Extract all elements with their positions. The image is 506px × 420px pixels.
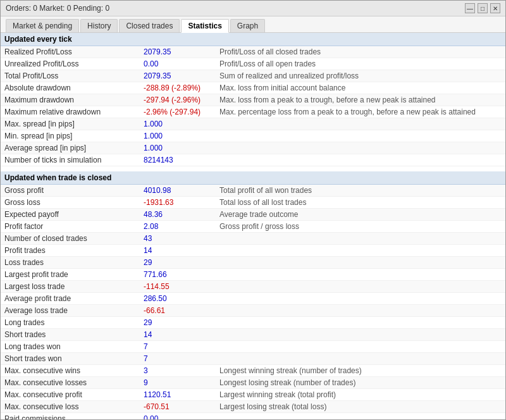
stat-desc: Max. percentage loss from a peak to a tr… bbox=[219, 108, 502, 116]
stat-label: Average profit trade bbox=[4, 294, 144, 303]
stat-label: Expected payoff bbox=[4, 210, 144, 219]
stat-row: Total Profit/Loss2079.35Sum of realized … bbox=[1, 70, 505, 82]
stat-row: Number of ticks in simulation8214143 bbox=[1, 154, 505, 166]
stat-value: 29 bbox=[144, 318, 219, 327]
stat-label: Average loss trade bbox=[4, 306, 144, 315]
stat-label: Number of ticks in simulation bbox=[4, 156, 144, 164]
tab-closed-trades[interactable]: Closed trades bbox=[119, 19, 180, 32]
stat-row: Max. consecutive wins3Longest winning st… bbox=[1, 365, 505, 377]
stat-label: Profit trades bbox=[4, 246, 144, 255]
stat-row: Maximum drawdown-297.94 (-2.96%)Max. los… bbox=[1, 94, 505, 106]
stat-label: Max. consecutive losses bbox=[4, 378, 144, 387]
stat-label: Absolute drawdown bbox=[4, 83, 144, 92]
stat-label: Max. consecutive profit bbox=[4, 390, 144, 399]
stat-label: Paid commissions bbox=[4, 414, 144, 419]
stat-row: Profit trades14 bbox=[1, 245, 505, 257]
stat-row: Largest profit trade771.66 bbox=[1, 269, 505, 281]
stat-row: Largest loss trade-114.55 bbox=[1, 281, 505, 293]
stat-value: 2.08 bbox=[144, 222, 219, 231]
stat-value: 4010.98 bbox=[144, 186, 219, 195]
main-window: Orders: 0 Market: 0 Pending: 0 — □ ✕ Mar… bbox=[0, 0, 506, 420]
stat-label: Maximum relative drawdown bbox=[4, 108, 144, 116]
stat-row: Average spread [in pips]1.000 bbox=[1, 142, 505, 154]
stat-value: -114.55 bbox=[144, 282, 219, 291]
stat-desc: Max. loss from initial account balance bbox=[219, 83, 502, 92]
tab-graph[interactable]: Graph bbox=[230, 19, 265, 32]
maximize-button[interactable]: □ bbox=[478, 3, 488, 13]
stat-desc: Longest losing streak (number of trades) bbox=[219, 378, 502, 387]
stat-value: -670.51 bbox=[144, 402, 219, 411]
section-spacer bbox=[1, 166, 505, 171]
stat-value: 0.00 bbox=[144, 414, 219, 419]
stat-label: Long trades bbox=[4, 318, 144, 327]
stat-row: Max. consecutive losses9Longest losing s… bbox=[1, 377, 505, 389]
stat-value: 9 bbox=[144, 378, 219, 387]
stat-desc: Total loss of all lost trades bbox=[219, 198, 502, 207]
stat-desc: Average trade outcome bbox=[219, 210, 502, 219]
stat-label: Largest loss trade bbox=[4, 282, 144, 291]
stat-label: Average spread [in pips] bbox=[4, 144, 144, 152]
stat-row: Expected payoff48.36Average trade outcom… bbox=[1, 209, 505, 221]
stat-value: 2079.35 bbox=[144, 47, 219, 56]
stat-value: -66.61 bbox=[144, 306, 219, 315]
stat-label: Realized Profit/Loss bbox=[4, 47, 144, 56]
stat-desc: Gross profit / gross loss bbox=[219, 222, 502, 231]
stat-label: Short trades won bbox=[4, 354, 144, 363]
stat-row: Long trades won7 bbox=[1, 341, 505, 353]
stat-row: Profit factor2.08Gross profit / gross lo… bbox=[1, 221, 505, 233]
stat-value: 48.36 bbox=[144, 210, 219, 219]
stat-row: Min. spread [in pips]1.000 bbox=[1, 130, 505, 142]
stat-row: Max. consecutive loss-670.51Largest losi… bbox=[1, 401, 505, 413]
stat-label: Largest profit trade bbox=[4, 270, 144, 279]
section-header-0: Updated every tick bbox=[1, 33, 505, 46]
stat-label: Gross profit bbox=[4, 186, 144, 195]
stat-value: -297.94 (-2.96%) bbox=[144, 96, 219, 104]
minimize-button[interactable]: — bbox=[465, 3, 475, 13]
close-button[interactable]: ✕ bbox=[490, 3, 500, 13]
stat-value: 1120.51 bbox=[144, 390, 219, 399]
stat-label: Max. spread [in pips] bbox=[4, 120, 144, 128]
stat-desc: Sum of realized and unrealized profit/lo… bbox=[219, 71, 502, 80]
stat-label: Short trades bbox=[4, 330, 144, 339]
stat-desc: Largest winning streak (total profit) bbox=[219, 390, 502, 399]
stat-value: 29 bbox=[144, 258, 219, 267]
stat-value: 14 bbox=[144, 330, 219, 339]
stat-value: 771.66 bbox=[144, 270, 219, 279]
tab-statistics[interactable]: Statistics bbox=[181, 19, 228, 33]
stat-desc: Longest winning streak (number of trades… bbox=[219, 366, 502, 375]
tab-history[interactable]: History bbox=[80, 19, 118, 32]
stat-value: -288.89 (-2.89%) bbox=[144, 83, 219, 92]
stat-value: 286.50 bbox=[144, 294, 219, 303]
tab-market---pending[interactable]: Market & pending bbox=[6, 19, 79, 32]
stat-label: Gross loss bbox=[4, 198, 144, 207]
stat-label: Min. spread [in pips] bbox=[4, 132, 144, 140]
tabs-bar: Market & pendingHistoryClosed tradesStat… bbox=[1, 16, 505, 33]
stat-value: -1931.63 bbox=[144, 198, 219, 207]
stat-value: 2079.35 bbox=[144, 71, 219, 80]
stat-label: Long trades won bbox=[4, 342, 144, 351]
stat-row: Paid commissions0.00 bbox=[1, 413, 505, 419]
window-controls: — □ ✕ bbox=[465, 3, 500, 13]
stat-row: Loss trades29 bbox=[1, 257, 505, 269]
stat-label: Unrealized Profit/Loss bbox=[4, 59, 144, 68]
section-header-1: Updated when trade is closed bbox=[1, 171, 505, 185]
stat-value: 7 bbox=[144, 342, 219, 351]
stat-desc: Profit/Loss of all open trades bbox=[219, 59, 502, 68]
stat-desc: Total profit of all won trades bbox=[219, 186, 502, 195]
stat-row: Maximum relative drawdown-2.96% (-297.94… bbox=[1, 106, 505, 118]
stat-label: Loss trades bbox=[4, 258, 144, 267]
stat-value: 1.000 bbox=[144, 132, 219, 140]
stat-desc: Largest losing streak (total loss) bbox=[219, 402, 502, 411]
stat-value: 14 bbox=[144, 246, 219, 255]
stat-row: Average loss trade-66.61 bbox=[1, 305, 505, 317]
stat-row: Short trades14 bbox=[1, 329, 505, 341]
stat-row: Max. consecutive profit1120.51Largest wi… bbox=[1, 389, 505, 401]
stat-value: 3 bbox=[144, 366, 219, 375]
stat-row: Realized Profit/Loss2079.35Profit/Loss o… bbox=[1, 46, 505, 58]
stat-label: Number of closed trades bbox=[4, 234, 144, 243]
stat-value: 8214143 bbox=[144, 156, 219, 164]
stat-value: 1.000 bbox=[144, 144, 219, 152]
stat-row: Absolute drawdown-288.89 (-2.89%)Max. lo… bbox=[1, 82, 505, 94]
statistics-content: Updated every tickRealized Profit/Loss20… bbox=[1, 33, 505, 419]
stat-label: Total Profit/Loss bbox=[4, 71, 144, 80]
